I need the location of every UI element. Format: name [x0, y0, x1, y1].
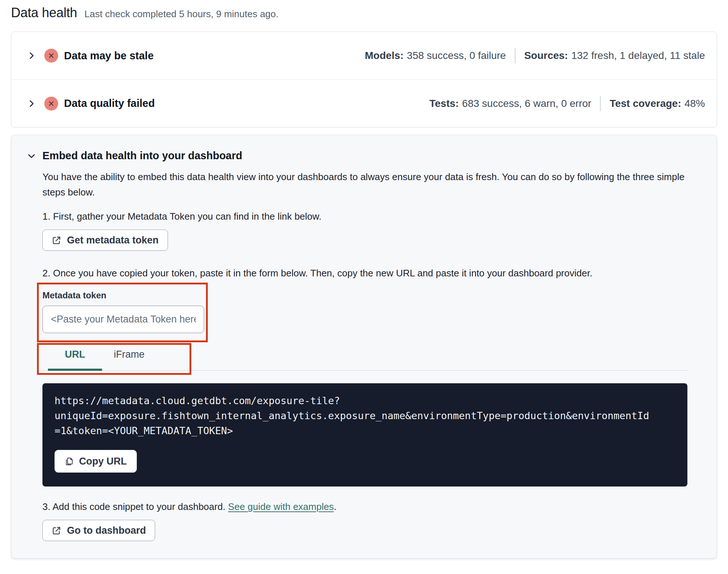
step3-text: 3. Add this code snippet to your dashboa… — [42, 501, 698, 512]
status-row-stats: Tests:683 success, 6 warn, 0 error Test … — [429, 96, 705, 111]
metadata-token-label: Metadata token — [42, 290, 206, 301]
embed-card: Embed data health into your dashboard Yo… — [11, 135, 717, 559]
error-badge-icon — [44, 49, 58, 63]
annotation-box-token-field: Metadata token — [37, 283, 208, 342]
tab-iframe[interactable]: iFrame — [102, 347, 156, 360]
stat-divider — [600, 96, 601, 111]
stat-value: 358 success, 0 failure — [407, 50, 506, 61]
active-tab-indicator — [48, 369, 102, 371]
status-row-stats: Models:358 success, 0 failure Sources:13… — [365, 48, 705, 63]
last-check-status: Last check completed 5 hours, 9 minutes … — [85, 8, 278, 20]
stat-name: Sources: — [524, 50, 568, 61]
stat-value: 683 success, 6 warn, 0 error — [462, 98, 591, 109]
test-coverage-stat: Test coverage:48% — [609, 98, 705, 109]
status-card: Data may be stale Models:358 success, 0 … — [11, 31, 717, 127]
embed-url-line: uniqueId=exposure.fishtown_internal_anal… — [55, 408, 674, 423]
embed-url-line: https://metadata.cloud.getdbt.com/exposu… — [55, 393, 674, 408]
status-row-label: Data quality failed — [64, 97, 155, 109]
step3-prefix: 3. Add this code snippet to your dashboa… — [42, 501, 228, 512]
see-guide-link[interactable]: See guide with examples — [228, 501, 334, 512]
tab-baseline — [41, 370, 688, 371]
embed-section-body: You have the ability to embed this data … — [42, 169, 698, 541]
copy-url-button[interactable]: Copy URL — [55, 450, 137, 473]
get-metadata-token-button[interactable]: Get metadata token — [42, 230, 168, 251]
external-link-icon — [52, 526, 61, 536]
embed-section-title: Embed data health into your dashboard — [42, 150, 242, 162]
stat-divider — [515, 48, 515, 63]
status-row-label: Data may be stale — [64, 50, 154, 62]
data-health-page: Data health Last check completed 5 hours… — [0, 5, 728, 574]
error-badge-icon — [44, 97, 58, 111]
stat-name: Test coverage: — [609, 98, 681, 109]
tests-stat: Tests:683 success, 6 warn, 0 error — [429, 98, 592, 109]
stat-value: 48% — [684, 98, 705, 109]
stat-name: Tests: — [429, 98, 459, 109]
button-label: Copy URL — [79, 456, 127, 467]
copy-icon — [64, 456, 74, 466]
go-to-dashboard-button[interactable]: Go to dashboard — [42, 520, 155, 541]
embed-url-line: =1&token=<YOUR_METADATA_TOKEN> — [55, 423, 674, 438]
page-title: Data health — [11, 5, 77, 20]
status-row-data-quality[interactable]: Data quality failed Tests:683 success, 6… — [11, 79, 717, 127]
output-format-tabs: URL iFrame — [48, 347, 156, 360]
step1-text: 1. First, gather your Metadata Token you… — [42, 211, 698, 222]
sources-stat: Sources:132 fresh, 1 delayed, 11 stale — [524, 50, 705, 61]
page-header: Data health Last check completed 5 hours… — [11, 5, 717, 20]
step2-text: 2. Once you have copied your token, past… — [42, 268, 698, 279]
models-stat: Models:358 success, 0 failure — [365, 50, 506, 61]
tab-url[interactable]: URL — [48, 347, 102, 360]
embed-section-header[interactable]: Embed data health into your dashboard — [27, 150, 698, 162]
chevron-right-icon[interactable] — [27, 99, 36, 108]
status-row-data-stale[interactable]: Data may be stale Models:358 success, 0 … — [11, 32, 717, 79]
button-label: Get metadata token — [67, 235, 159, 246]
button-label: Go to dashboard — [67, 525, 146, 536]
metadata-token-input[interactable] — [42, 306, 204, 333]
chevron-right-icon[interactable] — [27, 51, 36, 60]
step3-suffix: . — [334, 501, 336, 512]
external-link-icon — [52, 235, 61, 245]
embed-description: You have the ability to embed this data … — [42, 169, 697, 200]
stat-name: Models: — [365, 50, 404, 61]
output-format-tabs-section: URL iFrame — [37, 342, 698, 378]
stat-value: 132 fresh, 1 delayed, 11 stale — [571, 50, 705, 61]
embed-url-code-block: https://metadata.cloud.getdbt.com/exposu… — [42, 383, 687, 487]
chevron-down-icon[interactable] — [27, 151, 36, 161]
